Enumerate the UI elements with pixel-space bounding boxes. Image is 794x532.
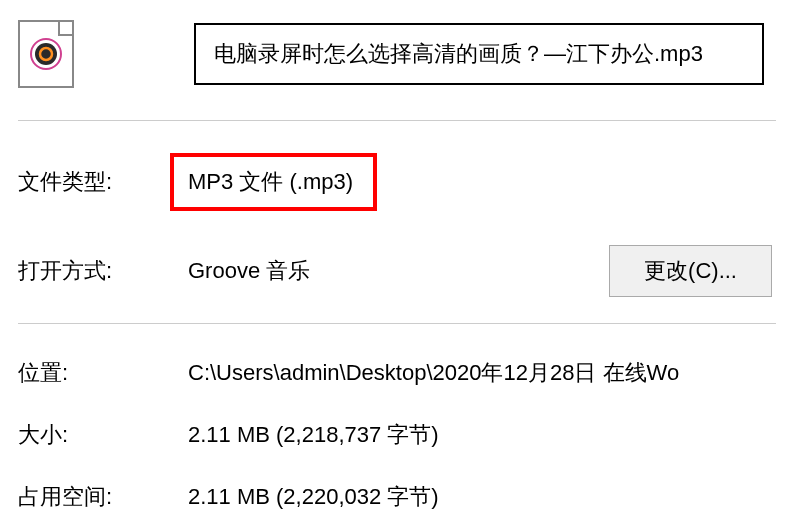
file-type-highlight: MP3 文件 (.mp3) [170, 153, 377, 211]
music-disc-icon [29, 37, 63, 71]
size-row: 大小: 2.11 MB (2,218,737 字节) [18, 404, 776, 466]
location-value: C:\Users\admin\Desktop\2020年12月28日 在线Wo [188, 358, 776, 388]
location-label: 位置: [18, 358, 188, 388]
change-button[interactable]: 更改(C)... [609, 245, 772, 297]
size-on-disk-row: 占用空间: 2.11 MB (2,220,032 字节) [18, 466, 776, 528]
file-icon [18, 20, 74, 88]
file-header: 电脑录屏时怎么选择高清的画质？—江下办公.mp3 [18, 20, 776, 88]
size-label: 大小: [18, 420, 188, 450]
file-type-value: MP3 文件 (.mp3) [188, 167, 353, 197]
file-type-label: 文件类型: [18, 167, 188, 197]
filename-input[interactable]: 电脑录屏时怎么选择高清的画质？—江下办公.mp3 [194, 23, 764, 85]
file-icon-fold [58, 22, 72, 36]
open-with-label: 打开方式: [18, 256, 188, 286]
size-value: 2.11 MB (2,218,737 字节) [188, 420, 776, 450]
location-row: 位置: C:\Users\admin\Desktop\2020年12月28日 在… [18, 342, 776, 404]
size-on-disk-label: 占用空间: [18, 482, 188, 512]
svg-point-3 [44, 52, 49, 57]
open-with-row: 打开方式: Groove 音乐 更改(C)... [18, 225, 776, 317]
file-type-row: 文件类型: MP3 文件 (.mp3) [18, 139, 776, 225]
size-on-disk-value: 2.11 MB (2,220,032 字节) [188, 482, 776, 512]
open-with-value: Groove 音乐 [188, 256, 609, 286]
